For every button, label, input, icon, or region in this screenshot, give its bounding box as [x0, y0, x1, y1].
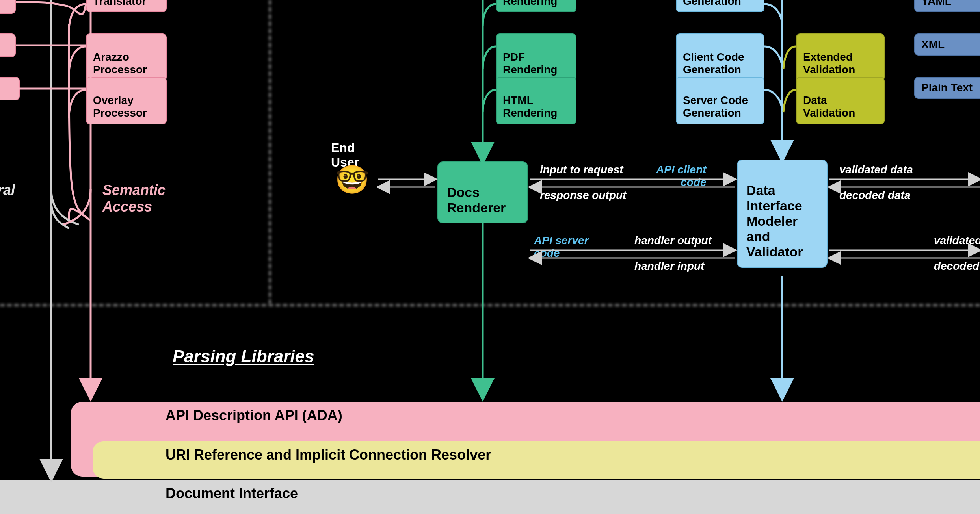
node-overlay-processor: Overlay Processor — [86, 77, 167, 124]
node-label: Server Code Generation — [683, 94, 748, 119]
node-label: PDF Rendering — [503, 51, 557, 76]
label-validated-right: validated… — [934, 234, 980, 247]
node-label: Translator — [93, 0, 146, 7]
nerd-face-icon: 🤓 — [335, 163, 369, 196]
label-structural-access: cturaless — [0, 165, 15, 215]
label-decoded-right: decoded… — [934, 260, 980, 273]
label-input-to-request: input to request — [540, 163, 623, 176]
node-label: Client Code Generation — [683, 51, 744, 76]
label-decoded-data: decoded data — [839, 189, 910, 202]
section-parsing-libraries: Parsing Libraries — [173, 347, 314, 366]
node-cropped-2 — [0, 77, 20, 100]
region-divider-vertical — [269, 0, 271, 304]
node-docs-renderer: Docs Renderer — [437, 161, 528, 223]
node-label: Data Interface Modeler and Validator — [746, 183, 803, 259]
bar-label: URI Reference and Implicit Connection Re… — [166, 447, 491, 463]
bar-uri-resolver: URI Reference and Implicit Connection Re… — [93, 441, 980, 479]
label-semantic-access: Semantic Access — [102, 165, 166, 215]
node-label: Overlay Processor — [93, 94, 147, 119]
node-arazzo-processor: Arazzo Processor — [86, 33, 167, 81]
label-api-server-code: API server code — [534, 234, 589, 260]
node-label: HTML Rendering — [503, 94, 557, 119]
node-plain-text: Plain Text — [914, 77, 980, 99]
node-generation: Generation — [676, 0, 764, 12]
text: cturaless — [0, 182, 15, 215]
node-html-rendering: HTML Rendering — [496, 77, 576, 124]
bar-label: API Description API (ADA) — [166, 407, 342, 423]
node-data-validation: Data Validation — [796, 77, 885, 124]
node-yaml: YAML — [914, 0, 980, 12]
node-extended-validation: Extended Validation — [796, 33, 885, 81]
region-divider-horizontal — [0, 304, 980, 306]
label-validated-data: validated data — [839, 163, 913, 176]
node-label: Extended Validation — [803, 51, 855, 76]
node-label: Docs Renderer — [447, 185, 506, 215]
node-client-code-gen: Client Code Generation — [676, 33, 764, 81]
node-label: Arazzo Processor — [93, 51, 147, 76]
node-label: YAML — [921, 0, 952, 7]
bar-document-interface: Document Interface — [0, 480, 980, 514]
node-translator: Translator — [86, 0, 167, 12]
node-cropped-1 — [0, 33, 16, 57]
label-handler-input: handler input — [634, 260, 704, 273]
node-label: Generation — [683, 0, 741, 7]
node-label: Data Validation — [803, 94, 855, 119]
node-pdf-rendering: PDF Rendering — [496, 33, 576, 81]
bar-label: Document Interface — [166, 485, 298, 501]
node-data-interface-modeler: Data Interface Modeler and Validator — [737, 160, 828, 268]
label-api-client-code: API client code — [656, 163, 707, 189]
label-response-output: response output — [540, 189, 626, 202]
node-xml: XML — [914, 33, 980, 56]
node-label: XML — [921, 38, 945, 50]
node-rendering: Rendering — [496, 0, 576, 12]
node-cropped-0 — [0, 0, 16, 14]
node-server-code-gen: Server Code Generation — [676, 77, 764, 124]
label-handler-output: handler output — [634, 234, 712, 247]
text: Semantic Access — [102, 182, 166, 215]
node-label: Rendering — [503, 0, 557, 7]
node-label: Plain Text — [921, 82, 973, 94]
